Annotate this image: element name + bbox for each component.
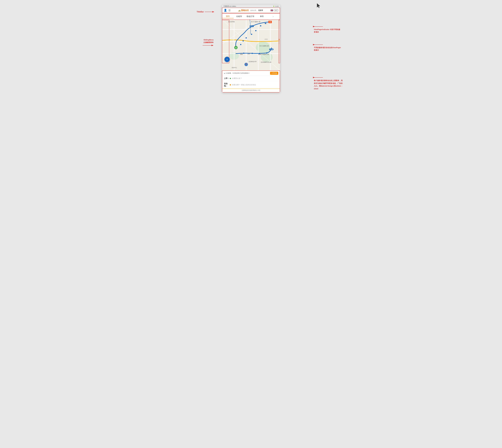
svg-text:13号线: 13号线 [230,39,234,40]
promo-arrow-icon: ◀ [224,72,225,74]
cursor-arrow [316,2,321,9]
tab-miaozou[interactable]: 秒走打车 [245,15,256,18]
svg-point-33 [240,44,241,45]
pickup-row[interactable]: 上车： 从哪里出发？ [222,76,280,81]
destination-dot [230,84,231,85]
svg-point-37 [255,30,256,31]
svg-text:📍: 📍 [245,64,247,65]
title-bar: 👤 ☰ 🚕 妥啦出行 您的位置： 北京市 🇬🇧 NFC [222,8,280,13]
svg-text:前桥: 前桥 [240,54,243,55]
svg-text:X026: X026 [265,38,268,40]
signal-text: 4G [229,6,231,7]
fab-icon: + [226,58,228,61]
tab-kuaiche[interactable]: 快车 [222,15,234,18]
destination-label: 目的地： [224,82,230,87]
viewpager-content-annotation: 不同的服务项目在各自的ViewPager里展示 [314,44,342,51]
location-city: 北京市 [258,9,263,12]
tab-more[interactable]: › [268,15,280,18]
fab-button[interactable]: + [224,57,230,62]
page-wrapper: TitleBar SlidingMenu左侧侧滑菜单 中国联通 4G 0.00K… [193,5,309,93]
svg-text:起: 起 [235,47,237,48]
tab-bar: 快车 出租车 秒走打车 单车 › [222,13,280,20]
app-logo: 🚕 妥啦出行 [238,9,249,12]
time-text: 11:15 [275,6,279,7]
battery-icon: 🔋 [273,5,275,7]
viewpager-indicator-annotation: ViewPagerIndicator 对应不同的服务项目 [314,25,340,33]
phone-mockup: 中国联通 4G 0.00K/s 🔋 11:15 👤 ☰ 🚕 [222,5,280,93]
sliding-menu-annotation: SlidingMenu左侧侧滑菜单 [203,39,214,44]
uk-flag-icon[interactable]: 🇬🇧 [270,9,273,12]
svg-point-34 [243,40,244,42]
profile-icon[interactable]: 👤 [224,9,227,12]
pickup-dot [230,78,231,79]
svg-point-42 [259,53,260,54]
bottom-sheet: ◀ 1元套餐，今日9点和17点等你来抢>> 立即抢购 上车： 从哪里出发？ 目的… [222,70,280,93]
svg-point-36 [251,34,252,35]
safety-text: 交通事故前排危险系数高1.23倍 [242,90,260,91]
speed-text: 0.00K/s [232,6,236,7]
destination-row[interactable]: 目的地： 你要去哪？ 请输入您的目的地址 [222,81,280,89]
nfc-button[interactable]: NFC [274,9,278,12]
map-area: 13号线 8号线 8号线 5号线 X025 X026 北京农学院 东小口森林公园 [222,20,280,70]
svg-text:北京奥林匹克公园: 北京奥林匹克公园 [261,62,271,63]
carrier-text: 中国联通 [223,5,229,7]
tab-danche[interactable]: 单车 [256,15,268,18]
pickup-label: 上车： [224,77,230,80]
promo-text: 1元套餐，今日9点和17点等你来抢>> [226,72,270,74]
svg-text:北京农学院: 北京农学院 [228,21,235,22]
svg-point-39 [265,23,266,24]
svg-point-38 [260,25,261,26]
svg-text:东小口森林公园: 东小口森林公园 [251,21,260,22]
pickup-placeholder: 从哪里出发？ [232,77,242,80]
destination-placeholder: 你要去哪？ 请输入您的目的地址 [232,84,256,86]
list-icon[interactable]: ☰ [228,9,231,12]
svg-point-35 [246,37,247,38]
svg-text:终: 终 [269,21,271,23]
svg-point-43 [266,52,267,54]
tab-chuzu[interactable]: 出租车 [234,15,245,18]
safety-bar: 交通事故前排危险系数高1.23倍 [222,89,280,92]
svg-point-41 [251,53,253,54]
status-bar: 中国联通 4G 0.00K/s 🔋 11:15 [222,5,280,8]
promo-button[interactable]: 立即抢购 [270,72,278,75]
svg-text:安全中心: 安全中心 [232,67,237,68]
svg-marker-50 [317,3,320,8]
bottom-sheet-annotation: 每个服务项目都有各自的上滑菜单，用来作为地址关键字和更多信息、广告的入口。用Ma… [314,76,343,90]
svg-text:北京林业大学: 北京林业大学 [249,61,257,62]
promo-banner: ◀ 1元套餐，今日9点和17点等你来抢>> 立即抢购 [222,71,280,76]
app-name-text: 妥啦出行 [241,9,249,12]
titlebar-annotation-label: TitleBar [197,11,204,13]
location-prefix: 您的位置： [250,9,257,12]
svg-text:东小口森林公园: 东小口森林公园 [259,45,269,47]
svg-point-40 [243,53,244,54]
